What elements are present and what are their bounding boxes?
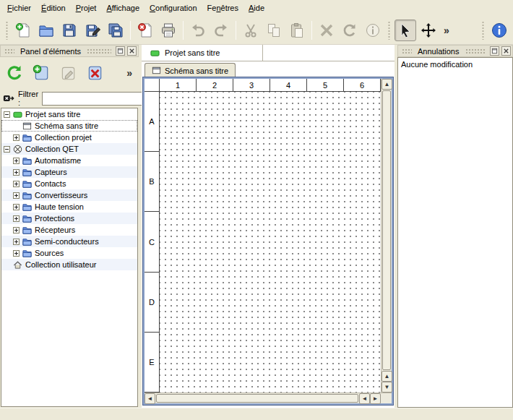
panel-toolbar-overflow-button[interactable]: » — [123, 67, 136, 79]
schema-icon — [152, 66, 161, 75]
visualisation-mode-button[interactable] — [418, 20, 439, 41]
expander-plus-icon[interactable] — [13, 239, 20, 245]
schema-canvas[interactable] — [160, 92, 381, 393]
tree-item-contacts[interactable]: Contacts — [1, 178, 137, 189]
dock-grip-icon[interactable] — [402, 48, 412, 53]
undo-item[interactable]: Aucune modification — [398, 58, 512, 70]
scroll-right-button[interactable]: ► — [370, 393, 381, 404]
expander-plus-icon[interactable] — [13, 204, 20, 210]
expander-minus-icon[interactable] — [4, 111, 10, 118]
dock-grip-icon[interactable] — [4, 48, 14, 53]
tree-item-collection-projet[interactable]: Collection projet — [1, 132, 137, 143]
filter-input[interactable] — [42, 92, 150, 106]
elements-panel-titlebar[interactable]: Panel d'éléments — [0, 45, 139, 57]
save-all-icon — [108, 22, 124, 38]
vertical-scroll-thumb[interactable] — [382, 90, 391, 370]
tree-item-r-cepteurs[interactable]: Récepteurs — [1, 224, 137, 236]
float-panel-button[interactable] — [116, 46, 125, 56]
save-as-button[interactable] — [82, 20, 103, 41]
qelectrotech-window: FichierÉditionProjetAffichageConfigurati… — [0, 0, 513, 45]
clear-filter-icon[interactable] — [3, 93, 14, 104]
folder-icon — [22, 202, 32, 212]
dock-grip-icon[interactable] — [465, 48, 486, 53]
print-button[interactable] — [158, 20, 179, 41]
delete-selection-button — [316, 20, 337, 41]
expander-plus-icon[interactable] — [13, 169, 20, 176]
expander-plus-icon[interactable] — [13, 250, 20, 257]
expander-plus-icon[interactable] — [13, 181, 20, 187]
expander-plus-icon[interactable] — [13, 215, 20, 222]
float-undo-panel-button[interactable] — [490, 46, 499, 56]
menu-aide[interactable]: Aide — [243, 1, 270, 14]
toolbar-handle[interactable] — [387, 21, 391, 40]
toolbar-handle[interactable] — [481, 21, 485, 40]
tree-item-semi-conducteurs[interactable]: Semi-conducteurs — [1, 236, 137, 247]
expander-plus-icon[interactable] — [13, 134, 20, 141]
project-tab-label: Projet sans titre — [165, 48, 220, 57]
close-file-button[interactable] — [134, 20, 156, 41]
scroll-left-button[interactable]: ◄ — [145, 393, 155, 404]
scroll-left-button-right[interactable]: ◄ — [359, 393, 370, 404]
tree-item-capteurs[interactable]: Capteurs — [1, 166, 137, 178]
edit-element-button — [56, 61, 79, 85]
element-new-icon — [33, 64, 50, 82]
new-element-button[interactable] — [30, 61, 53, 85]
horizontal-scroll-thumb[interactable] — [156, 394, 358, 403]
reload-collections-button[interactable] — [3, 61, 26, 85]
tree-item-protections[interactable]: Protections — [1, 213, 137, 224]
mdi-workspace: Schéma sans titre 123456 ABCDE — [142, 61, 395, 408]
copy-button — [263, 20, 285, 41]
tree-item-automatisme[interactable]: Automatisme — [1, 155, 137, 166]
new-document-button[interactable] — [12, 20, 34, 41]
tree-item-label: Sources — [35, 249, 64, 257]
column-header-1: 1 — [160, 79, 197, 92]
save-button[interactable] — [59, 20, 80, 41]
scroll-up-button-bottom[interactable]: ▲ — [381, 371, 392, 382]
elements-panel-toolbar: » — [0, 57, 139, 89]
schema-view: 123456 ABCDE ▲ ▲ ▼ — [143, 77, 393, 405]
menu-affichage[interactable]: Affichage — [101, 1, 145, 14]
toolbar-handle[interactable] — [5, 21, 9, 40]
toolbar-overflow-button[interactable]: » — [440, 25, 453, 36]
dock-grip-icon[interactable] — [87, 48, 111, 53]
tree-item-sources[interactable]: Sources — [1, 247, 137, 259]
menu-edition[interactable]: Édition — [36, 1, 71, 14]
expander-minus-icon[interactable] — [4, 146, 10, 153]
delete-cross-icon — [319, 22, 335, 38]
element-edit-icon — [59, 64, 77, 82]
folder-icon — [22, 226, 32, 235]
open-document-button[interactable] — [35, 20, 57, 41]
expander-plus-icon[interactable] — [13, 192, 20, 199]
tree-item-convertisseurs[interactable]: Convertisseurs — [1, 189, 137, 201]
close-undo-panel-button[interactable] — [501, 46, 511, 56]
element-delete-icon — [86, 64, 103, 82]
menu-projet[interactable]: Projet — [71, 1, 102, 14]
vertical-scrollbar[interactable]: ▲ ▲ ▼ — [381, 79, 392, 393]
menu-fenetres[interactable]: Fenêtres — [202, 1, 243, 14]
close-panel-button[interactable] — [127, 46, 137, 56]
undo-panel-titlebar[interactable]: Annulations — [397, 45, 513, 57]
conductor-properties-button — [362, 20, 384, 41]
tree-item-haute-tension[interactable]: Haute tension — [1, 201, 137, 213]
horizontal-scrollbar[interactable]: ◄ ◄ ► — [145, 393, 381, 403]
element-tree: Projet sans titreSchéma sans titreCollec… — [1, 108, 138, 407]
scroll-down-button[interactable]: ▼ — [381, 382, 392, 393]
paste-button — [286, 20, 308, 41]
tab-projet-sans-titre[interactable]: Projet sans titre — [142, 45, 263, 61]
tree-item-sch-ma-sans-titre[interactable]: Schéma sans titre — [1, 120, 137, 132]
save-all-button[interactable] — [105, 20, 126, 41]
about-qet-button[interactable] — [488, 20, 510, 41]
filter-label: Filtrer : — [18, 90, 38, 107]
tree-item-collection-qet[interactable]: Collection QET — [1, 143, 137, 155]
delete-element-button[interactable] — [83, 61, 106, 85]
menu-configuration[interactable]: Configuration — [145, 1, 202, 14]
expander-plus-icon[interactable] — [13, 227, 20, 233]
menu-fichier[interactable]: Fichier — [2, 1, 36, 14]
tab-schema-sans-titre[interactable]: Schéma sans titre — [145, 63, 236, 77]
tree-item-projet-sans-titre[interactable]: Projet sans titre — [1, 108, 137, 120]
selection-mode-button[interactable] — [395, 20, 416, 41]
row-header-e: E — [145, 333, 160, 393]
tree-item-collection-utilisateur[interactable]: Collection utilisateur — [1, 259, 137, 270]
scroll-up-button[interactable]: ▲ — [381, 79, 392, 90]
expander-plus-icon[interactable] — [13, 158, 20, 164]
